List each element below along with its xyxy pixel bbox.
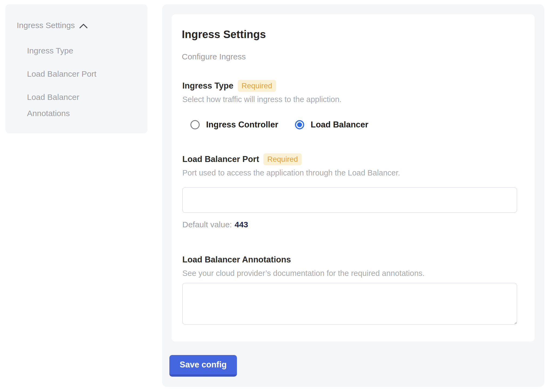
load-balancer-annotations-textarea[interactable] — [182, 283, 517, 325]
field-title-row: Ingress Type Required — [182, 80, 517, 92]
field-title-load-balancer-port: Load Balancer Port — [182, 154, 259, 164]
radio-option-ingress-controller[interactable]: Ingress Controller — [190, 120, 278, 130]
field-title-ingress-type: Ingress Type — [182, 81, 233, 91]
radio-option-load-balancer[interactable]: Load Balancer — [295, 120, 368, 130]
required-badge: Required — [263, 153, 302, 165]
load-balancer-port-input[interactable] — [182, 187, 517, 213]
sidebar-item-list: Ingress Type Load Balancer Port Load Bal… — [27, 43, 116, 121]
sidebar-item-ingress-type[interactable]: Ingress Type — [27, 43, 116, 59]
save-config-button[interactable]: Save config — [169, 355, 237, 377]
page-title: Ingress Settings — [182, 28, 517, 41]
field-load-balancer-port: Load Balancer Port Required Port used to… — [182, 153, 517, 229]
page: Ingress Settings Ingress Type Load Balan… — [0, 0, 550, 392]
ingress-settings-card: Ingress Settings Configure Ingress Ingre… — [172, 14, 535, 342]
ingress-type-radio-group: Ingress Controller Load Balancer — [190, 119, 517, 130]
sidebar-group-ingress-settings[interactable]: Ingress Settings — [17, 19, 139, 32]
sidebar-item-load-balancer-annotations[interactable]: Load Balancer Annotations — [27, 89, 116, 121]
default-value-label: Default value: — [182, 220, 232, 229]
radio-label: Load Balancer — [311, 120, 368, 130]
sidebar-item-load-balancer-port[interactable]: Load Balancer Port — [27, 66, 116, 82]
default-value: 443 — [234, 220, 248, 229]
field-ingress-type: Ingress Type Required Select how traffic… — [182, 80, 517, 130]
sidebar-group-label: Ingress Settings — [17, 19, 75, 31]
field-description: See your cloud provider’s documentation … — [182, 268, 517, 278]
page-subtitle: Configure Ingress — [182, 52, 517, 62]
field-title-row: Load Balancer Port Required — [182, 153, 517, 165]
field-description: Select how traffic will ingress to the a… — [182, 94, 517, 104]
settings-panel: Ingress Settings Configure Ingress Ingre… — [162, 4, 544, 387]
radio-selected-icon[interactable] — [295, 120, 304, 129]
default-value-line: Default value:443 — [182, 220, 517, 229]
required-badge: Required — [238, 80, 276, 92]
radio-unselected-icon[interactable] — [190, 120, 200, 129]
radio-label: Ingress Controller — [206, 120, 278, 130]
settings-nav-sidebar: Ingress Settings Ingress Type Load Balan… — [5, 4, 147, 133]
field-title-row: Load Balancer Annotations — [182, 254, 517, 266]
field-description: Port used to access the application thro… — [182, 168, 517, 178]
field-title-load-balancer-annotations: Load Balancer Annotations — [182, 255, 291, 265]
field-load-balancer-annotations: Load Balancer Annotations See your cloud… — [182, 254, 517, 325]
chevron-up-icon — [79, 20, 88, 32]
